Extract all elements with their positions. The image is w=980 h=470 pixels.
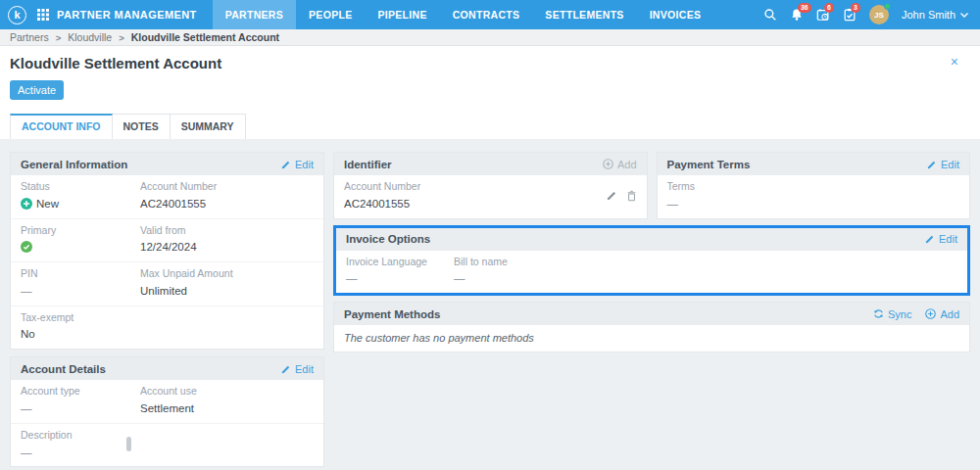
- left-column: General Information Edit Status: [10, 152, 324, 470]
- presence-dot: [884, 3, 891, 10]
- nav-item-pipeline[interactable]: PIPELINE: [365, 0, 439, 29]
- field-label: Terms: [667, 180, 960, 194]
- primary-check-icon: [21, 241, 32, 253]
- user-name-label: John Smith: [902, 9, 956, 21]
- app-title: PARTNER MANAGEMENT: [57, 9, 197, 21]
- field-label: Account Number: [344, 180, 607, 194]
- invoice-options-title: Invoice Options: [346, 233, 430, 245]
- invoice-options-edit-button[interactable]: Edit: [925, 233, 957, 245]
- identifier-delete-button[interactable]: [626, 190, 637, 202]
- field-row: PIN — Max Unpaid Amount Unlimited: [11, 261, 323, 306]
- tab-account-info[interactable]: ACCOUNT INFO: [10, 114, 113, 139]
- general-information-edit-button[interactable]: Edit: [281, 159, 314, 170]
- invoice-options-card: Invoice Options Edit Invoice Language — …: [333, 225, 970, 297]
- close-icon[interactable]: ×: [951, 55, 958, 69]
- field-label: Status: [21, 180, 140, 194]
- tasks-badge: 3: [851, 3, 860, 13]
- content-area: General Information Edit Status: [0, 139, 980, 470]
- chevron-down-icon: [960, 13, 968, 18]
- notifications-badge: 36: [798, 3, 811, 13]
- field-value: —: [454, 271, 957, 286]
- user-initials: JS: [874, 11, 884, 20]
- breadcrumb-kloudville[interactable]: Kloudville: [68, 31, 112, 43]
- tab-bar: ACCOUNT INFO NOTES SUMMARY: [10, 114, 970, 139]
- field-label: Primary: [21, 224, 140, 238]
- field-label: Max Unpaid Amount: [140, 267, 314, 281]
- payment-terms-row: Terms —: [658, 175, 970, 218]
- notifications-button[interactable]: 36: [790, 8, 804, 22]
- identifier-edit-button[interactable]: [607, 190, 617, 201]
- field-label: Account type: [21, 385, 140, 399]
- nav-item-settlements[interactable]: SETTLEMENTS: [532, 0, 636, 29]
- calendar-button[interactable]: 6: [816, 8, 830, 22]
- status-new-icon: [21, 198, 32, 210]
- app-logo[interactable]: k: [8, 6, 26, 24]
- payment-terms-title: Payment Terms: [667, 159, 751, 170]
- payment-methods-add-button[interactable]: Add: [925, 308, 959, 320]
- breadcrumb-current: Kloudville Settlement Account: [131, 31, 279, 43]
- field-row: Tax-exempt No: [11, 306, 323, 350]
- account-details-card: Account Details Edit Account type — Acco…: [10, 356, 324, 467]
- activate-button[interactable]: Activate: [10, 80, 64, 100]
- field-value: AC24001555: [140, 197, 314, 212]
- trash-icon: [626, 190, 637, 202]
- description-scrollbar-thumb[interactable]: [126, 437, 131, 451]
- field-value: —: [21, 446, 314, 460]
- field-value: 12/24/2024: [140, 240, 314, 255]
- identifier-card: Identifier Add Account Number AC2400: [333, 152, 648, 219]
- sync-icon: [873, 308, 884, 319]
- field-value: No: [21, 327, 140, 342]
- field-value: —: [667, 197, 960, 212]
- field-label: Invoice Language: [346, 256, 454, 269]
- nav-item-contracts[interactable]: CONTRACTS: [440, 0, 533, 29]
- nav-item-partners[interactable]: PARTNERS: [213, 0, 296, 29]
- field-label: Valid from: [140, 224, 314, 238]
- pencil-icon: [281, 160, 291, 169]
- payment-methods-sync-button[interactable]: Sync: [873, 308, 911, 320]
- breadcrumb-partners[interactable]: Partners: [10, 31, 49, 43]
- field-value: —: [21, 284, 140, 299]
- breadcrumb: Partners > Kloudville > Kloudville Settl…: [0, 29, 980, 46]
- nav-item-invoices[interactable]: INVOICES: [637, 0, 714, 29]
- field-label: Account Number: [140, 180, 314, 194]
- page-header: Kloudville Settlement Account × Activate…: [0, 46, 980, 139]
- top-navigation-bar: k PARTNER MANAGEMENT PARTNERS PEOPLE PIP…: [0, 0, 980, 29]
- identifier-add-button: Add: [603, 159, 637, 170]
- tab-notes[interactable]: NOTES: [113, 114, 171, 139]
- field-value: AC24001555: [344, 197, 607, 212]
- circle-plus-icon: [603, 159, 613, 169]
- invoice-options-row: Invoice Language — Bill to name —: [336, 251, 967, 294]
- search-button[interactable]: [763, 8, 777, 22]
- breadcrumb-separator: >: [56, 32, 62, 43]
- account-details-edit-button[interactable]: Edit: [281, 363, 314, 375]
- payment-methods-empty-text: The customer has no payment methods: [334, 325, 969, 352]
- identifier-title: Identifier: [344, 159, 392, 170]
- field-label: Account use: [140, 385, 314, 399]
- pencil-icon: [927, 160, 937, 169]
- field-label: Tax-exempt: [21, 311, 140, 325]
- tasks-button[interactable]: 3: [843, 8, 857, 22]
- user-avatar[interactable]: JS: [869, 5, 889, 24]
- field-row: Status New Account Number AC24001555: [11, 175, 323, 218]
- field-value: —: [346, 271, 454, 286]
- field-row: Description —: [11, 423, 323, 467]
- user-menu[interactable]: John Smith: [902, 9, 968, 21]
- primary-nav: PARTNERS PEOPLE PIPELINE CONTRACTS SETTL…: [213, 0, 714, 29]
- tab-summary[interactable]: SUMMARY: [171, 114, 246, 139]
- calendar-badge: 6: [824, 3, 834, 13]
- apps-grid-icon[interactable]: [37, 9, 49, 21]
- right-column: Identifier Add Account Number AC2400: [333, 152, 970, 352]
- field-value: Unlimited: [140, 284, 314, 299]
- field-value: Settlement: [140, 401, 314, 416]
- payment-terms-edit-button[interactable]: Edit: [927, 159, 959, 170]
- app-logo-letter: k: [14, 9, 20, 21]
- nav-item-people[interactable]: PEOPLE: [296, 0, 365, 29]
- pencil-icon: [607, 190, 617, 201]
- account-details-title: Account Details: [21, 363, 106, 375]
- field-row: Primary Valid from 12/24/2024: [11, 218, 323, 262]
- field-row: Account type — Account use Settlement: [11, 380, 323, 423]
- field-value: New: [36, 197, 59, 212]
- payment-methods-card: Payment Methods Sync: [333, 302, 970, 352]
- pencil-icon: [281, 364, 291, 374]
- pencil-icon: [925, 234, 935, 244]
